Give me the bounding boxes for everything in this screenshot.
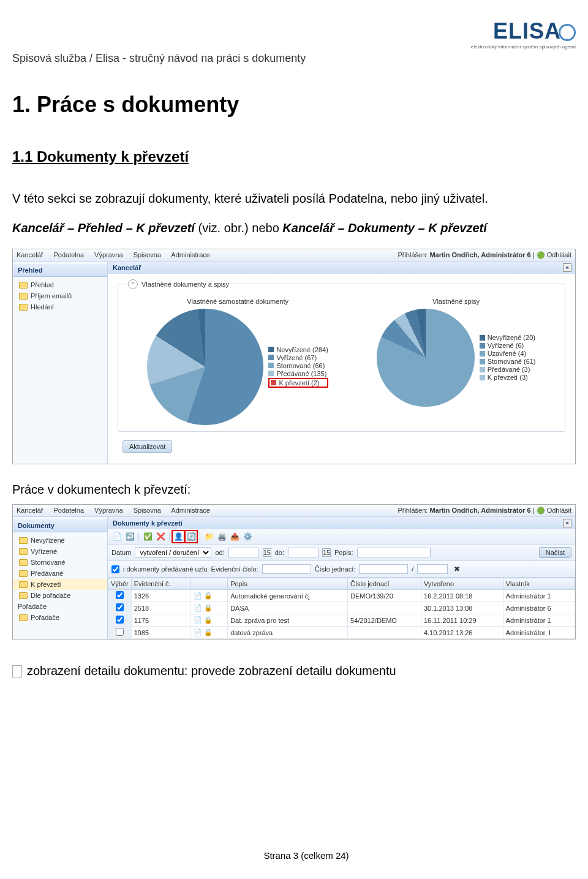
table-row[interactable]: 1326📄 🔒Automatické generování čjDEMO/139… bbox=[108, 590, 575, 602]
chapter-heading: 1. Práce s dokumenty bbox=[12, 92, 576, 118]
refresh-icon[interactable]: 🔄 bbox=[186, 531, 197, 542]
filter-desc-input[interactable] bbox=[357, 548, 431, 557]
logo-ring-icon bbox=[559, 24, 576, 41]
export-icon[interactable]: 📤 bbox=[229, 531, 240, 542]
col-ec[interactable]: Evidenční č. bbox=[131, 578, 190, 590]
print-icon[interactable]: 🖨️ bbox=[216, 531, 227, 542]
paragraph-caption: Práce v dokumentech k převzetí: bbox=[12, 483, 576, 497]
folder-icon[interactable]: 📁 bbox=[203, 531, 214, 542]
menu-item[interactable]: Administrace bbox=[171, 507, 210, 514]
sidebar-item[interactable]: Hledání bbox=[13, 301, 107, 312]
folder-icon bbox=[19, 581, 28, 588]
bullet-text: zobrazení detailu dokumentu: provede zob… bbox=[27, 664, 396, 678]
menu-item[interactable]: Podatelna bbox=[53, 251, 84, 258]
pie-chart-documents bbox=[147, 309, 263, 425]
load-button[interactable]: Načíst bbox=[539, 547, 571, 558]
menubar: Kancelář Podatelna Výpravna Spisovna Adm… bbox=[17, 251, 219, 259]
filter-date-select[interactable]: vytvoření / doručení bbox=[135, 547, 211, 558]
doc-header: Spisová služba / Elisa - stručný návod n… bbox=[12, 52, 306, 65]
folder-icon bbox=[19, 282, 28, 289]
menu-item[interactable]: Administrace bbox=[171, 251, 210, 258]
sidebar-item[interactable]: Stornované bbox=[13, 557, 107, 568]
sidebar-item[interactable]: Pořadače bbox=[13, 612, 107, 623]
menu-item[interactable]: Kancelář bbox=[17, 507, 43, 514]
row-checkbox[interactable] bbox=[116, 616, 124, 624]
menu-item[interactable]: Podatelna bbox=[53, 507, 84, 514]
filter-from-label: od: bbox=[215, 549, 224, 556]
clear-icon[interactable]: ✖ bbox=[451, 564, 462, 575]
logout-link[interactable]: Odhlásit bbox=[547, 251, 571, 258]
table-row[interactable]: 2518📄 🔒DASA30.1.2013 13:08Administrátor … bbox=[108, 602, 575, 614]
folder-icon bbox=[19, 304, 28, 311]
filter-cj-input[interactable] bbox=[359, 564, 408, 574]
paragraph-1: V této sekci se zobrazují dokumenty, kte… bbox=[12, 190, 576, 207]
calendar-icon[interactable]: 15 bbox=[322, 548, 331, 557]
panel-header: Dokumenty k převzetí « bbox=[108, 517, 575, 529]
bullet-line: zobrazení detailu dokumentu: provede zob… bbox=[12, 664, 576, 678]
paragraph-2: Kancelář – Přehled – K převzetí (viz. ob… bbox=[12, 219, 576, 236]
row-checkbox[interactable] bbox=[116, 603, 124, 611]
section-heading: 1.1 Dokumenty k převzetí bbox=[12, 148, 576, 165]
col-desc[interactable]: Popis bbox=[228, 578, 348, 590]
filter-node-label: i dokumenty předávané uzlu bbox=[123, 565, 208, 573]
filter-cj2-input[interactable] bbox=[417, 564, 448, 574]
sidebar-item[interactable]: Přehled bbox=[13, 279, 107, 290]
toolbar: 📄 ↩️ ✅ ❌ 👤 🔄 📁 🖨️ 📤 ⚙️ bbox=[108, 529, 575, 545]
sidebar-item[interactable]: Předávané bbox=[13, 568, 107, 579]
pie-chart-files bbox=[377, 309, 475, 407]
menu-item[interactable]: Kancelář bbox=[17, 251, 43, 258]
calendar-icon[interactable]: 15 bbox=[263, 548, 271, 557]
folder-icon bbox=[19, 614, 28, 621]
sidebar-item-active[interactable]: K převzetí bbox=[13, 579, 107, 590]
chevron-up-icon[interactable]: ⌃ bbox=[128, 279, 138, 289]
table-row[interactable]: 1985📄 🔒datová zpráva4.10.2012 13:26Admin… bbox=[108, 627, 575, 639]
user-icon[interactable]: 👤 bbox=[173, 531, 184, 542]
legend-2: Nevyřízené (20) Vyřízené (6) Uzavřené (4… bbox=[480, 334, 536, 382]
col-cj[interactable]: Číslo jednací bbox=[348, 578, 421, 590]
folder-icon bbox=[19, 592, 28, 599]
menu-item[interactable]: Výpravna bbox=[94, 251, 123, 258]
row-checkbox[interactable] bbox=[116, 591, 124, 599]
legend-1: Nevyřízené (284) Vyřízené (67) Stornovan… bbox=[268, 346, 328, 388]
documents-table: Výběr Evidenční č. Popis Číslo jednací V… bbox=[108, 578, 575, 639]
chart-title-2: Vlastněné spisy bbox=[377, 298, 536, 305]
col-icons bbox=[191, 578, 228, 590]
cancel-icon[interactable]: ❌ bbox=[155, 531, 166, 542]
accept-icon[interactable]: ✅ bbox=[142, 531, 153, 542]
menu-item[interactable]: Výpravna bbox=[94, 507, 123, 514]
collapse-button[interactable]: « bbox=[563, 263, 571, 272]
menu-item[interactable]: Spisovna bbox=[134, 507, 161, 514]
filter-ec-label: Evidenční číslo: bbox=[211, 565, 258, 573]
sidebar-header: Dokumenty bbox=[13, 519, 107, 532]
sidebar-item[interactable]: Nevyřízené bbox=[13, 535, 107, 546]
logout-link[interactable]: Odhlásit bbox=[547, 507, 571, 514]
gear-icon[interactable]: ⚙️ bbox=[242, 531, 253, 542]
folder-icon bbox=[19, 293, 28, 300]
reject-icon[interactable]: ↩️ bbox=[124, 531, 135, 542]
sidebar-item[interactable]: Dle pořadače bbox=[13, 590, 107, 601]
page-footer: Strana 3 (celkem 24) bbox=[12, 850, 588, 861]
col-select[interactable]: Výběr bbox=[108, 578, 132, 590]
table-row[interactable]: 1175📄 🔒Dat. zpráva pro test54/2012/DEMO1… bbox=[108, 614, 575, 627]
col-created[interactable]: Vytvořeno bbox=[421, 578, 503, 590]
filter-date-label: Datum bbox=[111, 549, 131, 556]
menubar: Kancelář Podatelna Výpravna Spisovna Adm… bbox=[17, 507, 219, 515]
paragraph-2-mid: (viz. obr.) nebo bbox=[195, 221, 282, 235]
filter-from-input[interactable] bbox=[228, 548, 259, 557]
document-icon bbox=[12, 665, 22, 677]
col-owner[interactable]: Vlastník bbox=[503, 578, 575, 590]
filter-to-input[interactable] bbox=[288, 548, 318, 557]
logo-subtext: elektronický informační systém spisových… bbox=[471, 44, 576, 50]
nav-path-1: Kancelář – Přehled – K převzetí bbox=[12, 221, 195, 235]
menu-item[interactable]: Spisovna bbox=[134, 251, 161, 258]
panel-header: Kancelář « bbox=[108, 262, 575, 274]
row-checkbox[interactable] bbox=[116, 628, 124, 636]
sidebar-item[interactable]: Příjem emailů bbox=[13, 290, 107, 301]
detail-icon[interactable]: 📄 bbox=[111, 531, 123, 542]
collapse-button[interactable]: « bbox=[563, 519, 571, 527]
filter-node-checkbox[interactable] bbox=[111, 565, 119, 573]
sidebar-item[interactable]: Vyřízené bbox=[13, 546, 107, 557]
folder-icon bbox=[19, 559, 28, 566]
refresh-button[interactable]: Aktualizovat bbox=[123, 440, 172, 453]
filter-ec-input[interactable] bbox=[262, 564, 311, 574]
